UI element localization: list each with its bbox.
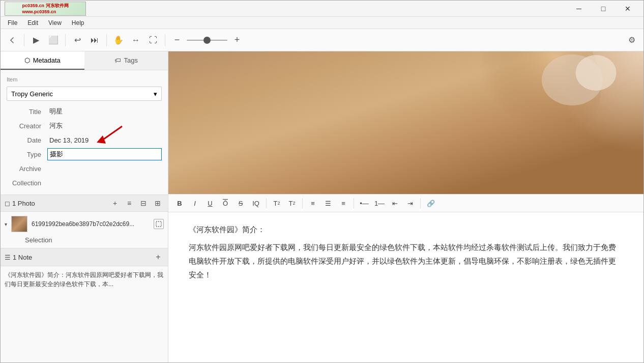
date-label: Date [7,136,47,144]
maximize-button[interactable]: □ [592,2,615,16]
rte-separator-2 [302,198,303,208]
align-right-button[interactable]: ≡ [336,197,350,210]
add-photo-button[interactable]: + [109,197,121,209]
overline-button[interactable]: Ō [218,197,232,210]
bullet-list-button[interactable]: •— [357,197,371,210]
field-row-date: Date Dec 13, 2019 [7,133,162,147]
indent-increase-button[interactable]: ⇥ [403,197,417,210]
slider-button[interactable]: ⊟ [137,197,150,209]
ordered-list-button[interactable]: 1— [372,197,387,210]
minimize-button[interactable]: ─ [567,2,591,16]
type-input[interactable] [47,148,162,160]
photos-icon: ◻ [5,200,10,207]
blockquote-button[interactable]: IQ [249,197,263,210]
window-controls: ─ □ ✕ [567,2,639,16]
rte-separator-3 [354,198,354,208]
zoom-slider-container [187,40,227,41]
play-button[interactable]: ▶ [28,33,44,48]
photo-list: ▾ 61991992bea6be3897b7c02e2dc69... Selec… [1,212,168,248]
menu-view[interactable]: View [43,17,67,29]
underline-button[interactable]: U [203,197,217,210]
toolbar-separator-1 [24,34,24,46]
field-row-title: Title 明星 [7,105,162,118]
menu-file[interactable]: File [3,17,22,29]
editor-paragraph-1: 《河东软件园》简介： [189,222,623,236]
undo-button[interactable]: ↩ [70,33,85,48]
italic-button[interactable]: I [188,197,202,210]
creator-label: Creator [7,122,47,130]
select-button[interactable]: ⬜ [46,33,61,48]
item-type-dropdown[interactable]: Tropy Generic ▾ [7,87,162,101]
fit-page-button[interactable]: ⛶ [145,33,161,48]
selection-label: Selection [1,234,168,246]
editor-content[interactable]: 《河东软件园》简介： 河东软件园原网吧爱好者下载网，我们每日更新最安全的绿色软件… [168,212,643,362]
item-section-label: Item [7,76,162,82]
back-button[interactable] [5,33,20,48]
field-row-creator: Creator 河东 [7,119,162,132]
collection-label: Collection [7,179,47,187]
toolbar-separator-4 [165,34,165,46]
metadata-fields: Title 明星 Creator 河东 Date Dec 13, 2019 Ty… [1,105,168,194]
left-panel: ⬡ Metadata 🏷 Tags Item Tropy Generic ▾ [1,51,168,362]
main-content: ⬡ Metadata 🏷 Tags Item Tropy Generic ▾ [1,51,643,362]
archive-label: Archive [7,165,47,173]
bold-button[interactable]: B [172,197,187,210]
photo-count-label: 1 Photo [12,200,35,207]
field-row-archive: Archive [7,162,162,175]
image-texture [168,51,643,194]
svg-point-3 [576,55,617,91]
tab-metadata[interactable]: ⬡ Metadata [1,51,84,70]
field-row-type: Type [7,148,162,161]
photo-select-button[interactable] [154,219,164,229]
strikethrough-button[interactable]: S [233,197,248,210]
title-label: Title [7,108,47,116]
rte-separator-4 [420,198,421,208]
zoom-slider-thumb[interactable] [203,37,211,44]
align-center-button[interactable]: ☰ [321,197,335,210]
link-button[interactable]: 🔗 [424,197,438,210]
skip-button[interactable]: ⏭ [87,33,102,48]
menu-help[interactable]: Help [67,17,90,29]
tags-tab-label: Tags [124,57,138,64]
list-view-button[interactable]: ≡ [123,197,135,209]
toolbar-separator-2 [65,34,66,46]
notes-count-label: 1 Note [13,254,32,261]
toolbar-right-spacer: ⚙ [624,33,639,48]
tab-tags[interactable]: 🏷 Tags [84,51,168,70]
chevron-down-icon: ▾ [5,221,7,227]
photo-thumbnail [11,216,27,232]
align-left-button[interactable]: ≡ [306,197,320,210]
toolbar-separator-3 [106,34,107,46]
close-button[interactable]: ✕ [616,2,639,16]
type-label: Type [7,151,47,158]
note-preview[interactable]: 《河东软件园》简介：河东软件园原网吧爱好者下载网，我们每日更新最安全的绿色软件下… [1,266,168,362]
collection-value [47,182,162,184]
svg-rect-0 [156,221,161,227]
panel-tabs: ⬡ Metadata 🏷 Tags [1,51,168,70]
right-panel: B I U Ō S IQ T2 T2 ≡ ☰ ≡ •— 1— ⇤ ⇥ 🔗 [168,51,643,362]
rte-separator-1 [266,198,267,208]
subscript-button[interactable]: T2 [285,197,299,210]
item-type-value: Tropy Generic [11,90,53,98]
selection-icon [156,221,162,227]
title-bar: pc0359.cn 河东软件网www.pc0359.cn ─ □ ✕ [1,1,643,17]
photo-item[interactable]: ▾ 61991992bea6be3897b7c02e2dc69... [1,214,168,234]
archive-value [47,167,162,170]
superscript-button[interactable]: T2 [270,197,284,210]
settings-button[interactable]: ⚙ [624,33,639,48]
menu-edit[interactable]: Edit [22,17,43,29]
zoom-in-button[interactable]: + [229,33,245,48]
zoom-out-button[interactable]: − [169,33,185,48]
tags-icon: 🏷 [114,57,121,64]
pan-button[interactable]: ✋ [111,33,126,48]
metadata-icon: ⬡ [24,57,30,64]
dropdown-arrow-icon: ▾ [154,90,157,98]
item-section: Item Tropy Generic ▾ [1,70,168,105]
grid-view-button[interactable]: ⊞ [152,197,164,209]
fit-width-button[interactable]: ↔ [128,33,143,48]
main-toolbar: ▶ ⬜ ↩ ⏭ ✋ ↔ ⛶ − + ⚙ [1,29,643,51]
add-note-button[interactable]: + [153,252,164,263]
indent-decrease-button[interactable]: ⇤ [388,197,402,210]
app-window: pc0359.cn 河东软件网www.pc0359.cn ─ □ ✕ File … [0,0,644,363]
photo-filename: 61991992bea6be3897b7c02e2dc69... [32,220,150,228]
